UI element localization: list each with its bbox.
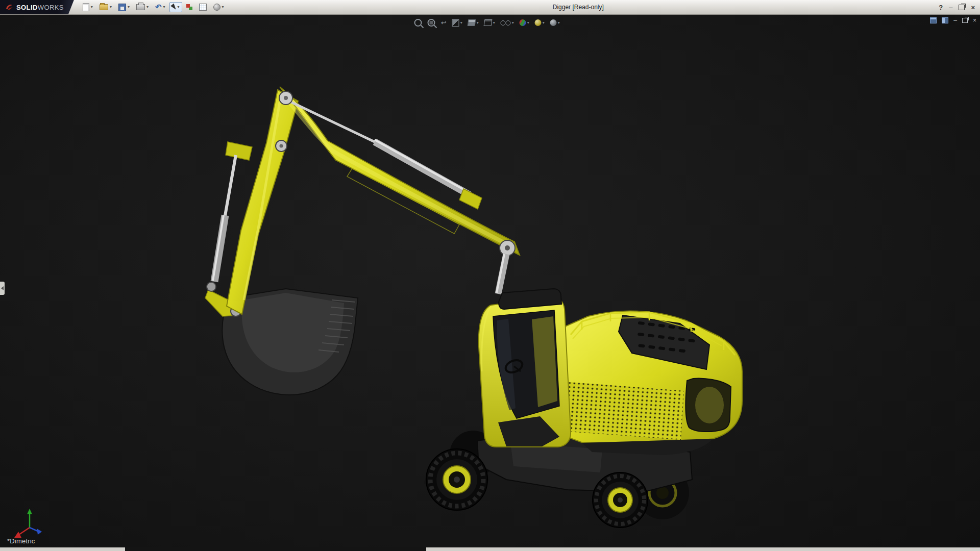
open-button[interactable]: ▾ <box>97 2 114 12</box>
engine-body[interactable] <box>550 311 742 455</box>
boom-lift-cylinder[interactable] <box>497 254 506 294</box>
chevron-down-icon: ▾ <box>128 5 130 9</box>
chevron-down-icon: ▾ <box>543 20 545 25</box>
view-orientation-cube-icon <box>468 19 476 26</box>
solidworks-wordmark: SOLIDWORKS <box>16 4 64 11</box>
reference-geometry-icon <box>186 4 190 8</box>
chevron-down-icon: ▾ <box>527 20 529 25</box>
options-button[interactable]: ▾ <box>211 2 227 13</box>
select-cursor-icon <box>170 4 178 11</box>
section-view-icon <box>452 19 459 27</box>
chevron-left-icon <box>1 286 4 290</box>
zoom-to-area-button[interactable] <box>427 18 436 28</box>
scene-sphere-icon <box>535 19 542 26</box>
edit-appearance-button[interactable]: ▾ <box>519 18 530 27</box>
solidworks-logo-icon <box>5 3 13 11</box>
section-view-button[interactable]: ▾ <box>451 18 463 28</box>
chevron-down-icon: ▾ <box>558 20 560 25</box>
options-gear-icon <box>213 4 220 11</box>
window-controls: ? – × <box>939 4 980 11</box>
print-button[interactable]: ▾ <box>134 2 151 12</box>
boom-arm[interactable] <box>280 87 520 255</box>
save-button[interactable]: ▾ <box>116 2 132 13</box>
reference-geometry-button[interactable] <box>184 2 195 12</box>
solidworks-window: { "app": { "brand_bold": "SOLID", "brand… <box>0 0 980 551</box>
view-settings-button[interactable]: ▾ <box>549 18 561 27</box>
document-close-button[interactable]: × <box>973 17 976 23</box>
document-window-controls: – × <box>930 17 976 23</box>
minimize-button[interactable]: – <box>949 4 952 11</box>
undo-button[interactable]: ↶▾ <box>153 2 168 12</box>
chevron-down-icon: ▾ <box>110 5 112 9</box>
previous-view-button[interactable]: ↩ <box>440 18 448 27</box>
close-button[interactable]: × <box>971 4 975 11</box>
document-minimize-button[interactable]: – <box>953 17 957 23</box>
select-tool-button[interactable]: ▾ <box>169 2 182 12</box>
graphics-area[interactable]: ↩ ▾ ▾ ▾ ▾ ▾ ▾ ▾ – × *Dimetric <box>0 14 980 551</box>
chevron-down-icon: ▾ <box>163 5 165 9</box>
save-disk-icon <box>118 4 126 11</box>
tile-vertical-button[interactable] <box>942 17 948 23</box>
restore-button[interactable] <box>959 5 965 10</box>
heads-up-view-toolbar: ↩ ▾ ▾ ▾ ▾ ▾ ▾ ▾ <box>413 18 561 28</box>
zoom-to-area-icon <box>428 19 435 27</box>
zoom-to-fit-button[interactable] <box>413 18 423 28</box>
appearance-sphere-icon <box>520 19 526 26</box>
view-orientation-label: *Dimetric <box>7 537 35 545</box>
orientation-triad[interactable] <box>14 509 42 538</box>
open-folder-icon <box>100 4 108 10</box>
view-orientation-button[interactable]: ▾ <box>467 18 480 27</box>
digger-model[interactable] <box>0 14 980 551</box>
chevron-down-icon: ▾ <box>460 20 462 25</box>
tile-horizontal-button[interactable] <box>930 17 937 23</box>
display-style-button[interactable]: ▾ <box>483 18 496 27</box>
window-title: Digger [Read-only] <box>553 4 604 11</box>
display-style-icon <box>484 19 493 26</box>
stick-arm[interactable] <box>227 90 298 314</box>
stick-cylinder[interactable] <box>289 101 482 209</box>
chevron-down-icon: ▾ <box>477 20 479 25</box>
chevron-down-icon: ▾ <box>512 20 514 25</box>
front-left-wheel[interactable] <box>426 449 487 510</box>
new-document-button[interactable]: ▾ <box>80 1 95 13</box>
apply-scene-button[interactable]: ▾ <box>534 18 546 27</box>
status-strip-dark-segment <box>125 547 426 551</box>
chevron-down-icon: ▾ <box>146 5 149 9</box>
new-document-icon <box>83 3 89 11</box>
standard-toolbar: ▾ ▾ ▾ ▾ ↶▾ ▾ ▾ <box>80 1 227 13</box>
glasses-icon <box>501 20 511 25</box>
zoom-to-fit-icon <box>414 19 422 27</box>
chevron-down-icon: ▾ <box>222 5 224 9</box>
solidworks-logo: SOLIDWORKS <box>0 0 74 14</box>
help-button[interactable]: ? <box>939 4 943 11</box>
document-restore-button[interactable] <box>962 18 968 23</box>
undo-arrow-icon: ↶ <box>155 4 162 10</box>
printer-icon <box>136 4 145 10</box>
chevron-down-icon: ▾ <box>91 5 93 9</box>
cab[interactable] <box>479 289 571 447</box>
title-bar: SOLIDWORKS ▾ ▾ ▾ ▾ ↶▾ ▾ ▾ Digger [Read-o… <box>0 0 980 15</box>
view-settings-icon <box>550 19 557 26</box>
design-table-button[interactable] <box>197 2 209 13</box>
chevron-down-icon: ▾ <box>493 20 495 25</box>
front-right-wheel[interactable] <box>593 472 648 528</box>
feature-tree-flyout-tab[interactable] <box>0 282 5 295</box>
status-strip <box>0 547 980 551</box>
design-table-icon <box>199 4 207 11</box>
hide-show-items-button[interactable]: ▾ <box>500 19 515 26</box>
chevron-down-icon: ▾ <box>178 5 180 9</box>
previous-view-icon: ↩ <box>441 19 447 26</box>
